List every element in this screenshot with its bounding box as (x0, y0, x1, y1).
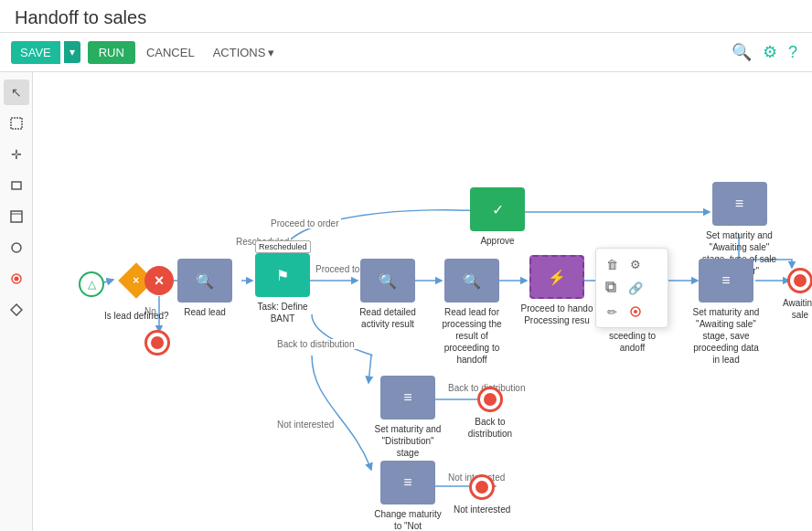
node-end-dist[interactable]: Back to distribution (454, 387, 527, 440)
svg-rect-2 (11, 211, 22, 222)
search-toolbar-button[interactable]: 🔍 (728, 38, 755, 66)
context-menu: 🗑 ⚙ 🔗 ✏ (595, 248, 668, 328)
ctx-circle-button[interactable] (625, 302, 646, 322)
tool-select[interactable] (4, 111, 29, 136)
svg-rect-0 (11, 118, 22, 129)
svg-rect-1 (12, 182, 21, 189)
tool-rectangle[interactable] (4, 173, 29, 198)
tool-pointer[interactable]: ↖ (4, 80, 29, 105)
ctx-copy-button[interactable] (602, 278, 622, 298)
run-button[interactable]: RUN (88, 41, 135, 64)
node-set-dist[interactable]: ≡ Set maturity and "Distribution" stage (371, 376, 444, 459)
svg-rect-22 (608, 284, 615, 292)
page-title: Handoff to sales (15, 7, 797, 28)
node-end-not-interested[interactable]: Not interested (454, 474, 510, 515)
svg-point-25 (634, 310, 637, 313)
svg-marker-7 (11, 304, 22, 315)
node-set-maturity-mid[interactable]: ≡ Set maturity and "Awaiting sale" stage… (689, 259, 763, 366)
node-define-bant[interactable]: ⚑ Rescheduled Task: Define BANT (246, 253, 319, 324)
svg-rect-23 (606, 282, 614, 290)
tool-move[interactable]: ✛ (4, 142, 29, 167)
node-read-lead[interactable]: 🔍 Read lead (177, 259, 232, 318)
svg-point-6 (14, 277, 18, 281)
save-dropdown-button[interactable]: ▾ (64, 41, 80, 63)
node-proceed-handoff[interactable]: ⚡ Proceed to hando Processing resu (520, 255, 593, 326)
actions-caret-icon: ▾ (268, 46, 274, 59)
settings-toolbar-button[interactable]: ⚙ (759, 38, 781, 66)
ctx-delete-button[interactable]: 🗑 (602, 254, 622, 274)
tool-event[interactable] (4, 266, 29, 292)
actions-button[interactable]: ACTIONS ▾ (206, 41, 283, 64)
node-change-maturity[interactable]: ≡ Change maturity to "Not interested" (371, 461, 444, 531)
node-cross[interactable]: × (144, 266, 174, 295)
node-read-lead-proc[interactable]: 🔍 Read lead for processing the result of… (435, 259, 508, 366)
svg-point-4 (12, 243, 21, 252)
tool-process[interactable] (4, 204, 29, 229)
cancel-button[interactable]: CANCEL (139, 41, 202, 64)
ctx-link-button[interactable]: 🔗 (625, 278, 646, 298)
node-read-detailed[interactable]: 🔍 Read detailed activity result (351, 259, 424, 330)
tool-diamond[interactable] (4, 297, 29, 323)
edge-label-back-dist: Back to distribution (275, 339, 357, 349)
node-approve[interactable]: ✓ Approve (470, 187, 525, 247)
node-awaiting-sale[interactable]: Awaiting sale (783, 268, 812, 321)
node-end-no[interactable] (144, 330, 170, 356)
edge-label-proceed-order: Proceed to order (269, 218, 341, 228)
edge-label-not-interested: Not interested (275, 419, 336, 430)
ctx-edit-button[interactable]: ✏ (602, 302, 622, 322)
node-start[interactable]: △ (79, 271, 104, 297)
ctx-settings-button[interactable]: ⚙ (625, 254, 646, 274)
help-toolbar-button[interactable]: ? (785, 39, 801, 66)
tool-circle[interactable] (4, 235, 29, 260)
save-button[interactable]: SAVE (11, 41, 60, 64)
